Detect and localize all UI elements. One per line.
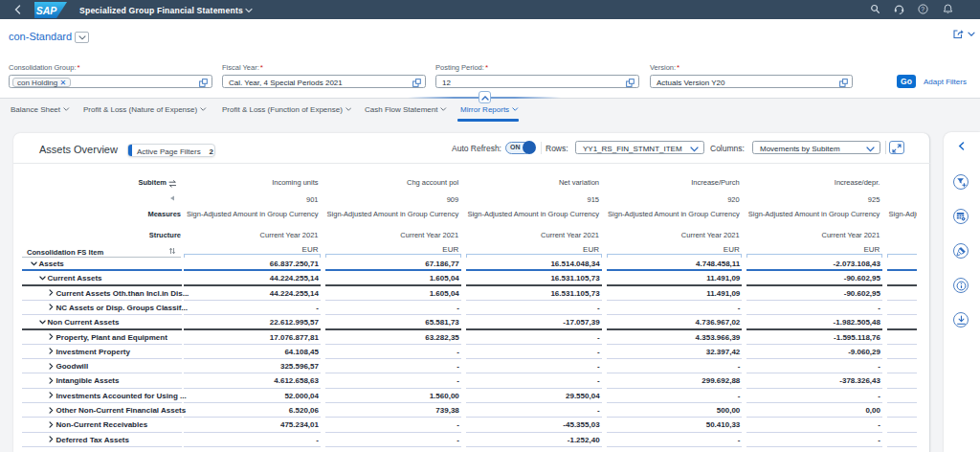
svg-text:SAP: SAP	[36, 5, 58, 16]
svg-text:?: ?	[921, 6, 924, 12]
